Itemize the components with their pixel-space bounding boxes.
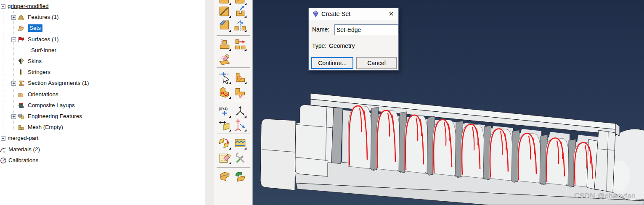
tree-item-label[interactable]: Stringers (28, 68, 50, 76)
edit-vertex-icon[interactable] (218, 71, 231, 84)
tree-item-stringers[interactable]: Stringers (0, 67, 205, 77)
convert-shell-icon[interactable] (234, 171, 246, 183)
toolbox-separator (217, 101, 250, 101)
abaqus-set-icon (312, 11, 319, 18)
datum-point-icon[interactable]: (XYZ) (218, 105, 231, 118)
dialog-title: Create Set (321, 11, 350, 17)
stringers-icon (18, 69, 24, 76)
mirror-move-icon[interactable] (234, 19, 246, 32)
calibrations-icon (0, 157, 7, 164)
tree-item-label[interactable]: Orientations (28, 91, 58, 98)
tree-item-engineering-features[interactable]: +Engineering Features (0, 111, 205, 121)
partition-cell-extend-icon[interactable] (234, 38, 246, 51)
panel-splitter[interactable] (205, 0, 214, 205)
tree-item-orientations[interactable]: Orientations (0, 89, 205, 100)
tree-item-label[interactable]: Materials (2) (8, 146, 40, 153)
cut-geometry-icon[interactable]: ✂ (234, 86, 246, 99)
offset-faces-icon[interactable] (218, 137, 231, 150)
toolbox-separator (217, 134, 250, 134)
orientations-icon (18, 91, 24, 98)
tree-item-label[interactable]: merged-part (8, 134, 39, 142)
plus-expander-icon[interactable]: + (1, 136, 5, 141)
tree-item-label[interactable]: Engineering Features (28, 113, 82, 120)
svg-text:(XYZ): (XYZ) (219, 107, 228, 110)
edit-sketch-icon[interactable] (218, 152, 231, 164)
skins-icon (18, 58, 24, 65)
tree-item-label[interactable]: Surf-Inner (31, 47, 56, 54)
tree-item-gripper-modified[interactable]: −gripper-modified (0, 1, 205, 11)
tree-item-features-1[interactable]: +Features (1) (0, 12, 205, 22)
type-value: Geometry (329, 42, 355, 49)
engineering-features-icon (18, 113, 24, 120)
minus-expander-icon[interactable]: − (1, 4, 5, 9)
toolbox-separator (217, 35, 250, 36)
create-chamfer-icon[interactable] (218, 86, 231, 99)
tree-item-label[interactable]: Mesh (Empty) (28, 124, 63, 131)
tree-item-label[interactable]: gripper-modified (8, 3, 49, 10)
tree-item-skins[interactable]: Skins (0, 56, 205, 66)
tree-item-mesh-empty[interactable]: Mesh (Empty) (0, 122, 205, 132)
toolbox-partial-icon-a[interactable] (218, 0, 231, 5)
plus-expander-icon[interactable]: + (11, 81, 16, 86)
create-cut-extrude-icon[interactable] (234, 5, 246, 18)
chamfer-corner-icon[interactable] (218, 19, 231, 32)
part-module-toolbox: ✂(XYZ) (214, 0, 253, 205)
svg-text:ε: ε (3, 149, 5, 152)
tree-item-materials-2[interactable]: εMaterials (2) (0, 145, 205, 155)
remove-face-icon[interactable] (218, 53, 231, 65)
datum-csys-icon[interactable] (234, 119, 246, 131)
create-set-dialog: Create Set ✕ Name: Type: Geometry Contin… (308, 8, 399, 71)
midsurface-icon[interactable] (218, 171, 231, 183)
type-label: Type: (312, 42, 326, 49)
model-inlet-tube (260, 119, 296, 190)
set-name-input[interactable] (334, 24, 398, 35)
tree-item-composite-layups[interactable]: Composite Layups (0, 100, 205, 110)
toolbox-separator (217, 67, 250, 68)
cancel-button[interactable]: Cancel (356, 57, 397, 69)
tree-item-section-assignments-1[interactable]: +Section Assignments (1) (0, 78, 205, 88)
tree-item-surfaces-1[interactable]: −Surfaces (1) (0, 34, 205, 45)
features-icon (18, 14, 24, 21)
tree-item-surf-inner[interactable]: Surf-Inner (0, 45, 205, 55)
model-rail-end-face (615, 124, 620, 136)
plus-expander-icon[interactable]: + (11, 15, 16, 20)
toolbox-separator (217, 167, 250, 168)
surfaces-icon (18, 36, 24, 43)
partition-edge-icon[interactable] (218, 5, 231, 18)
model-fin (331, 108, 343, 164)
tools-icon[interactable] (234, 152, 246, 164)
tree-item-label[interactable]: Surfaces (1) (28, 36, 59, 43)
composite-layups-icon (18, 102, 24, 109)
datum-plane-icon[interactable] (218, 119, 231, 131)
tree-item-sets[interactable]: Sets (0, 23, 205, 33)
create-fillet-icon[interactable] (234, 71, 246, 84)
close-icon[interactable]: ✕ (387, 10, 395, 18)
name-label: Name: (312, 26, 329, 33)
tree-item-label[interactable]: Section Assignments (1) (28, 79, 89, 87)
model-tree-panel: −gripper-modified+Features (1)Sets−Surfa… (0, 0, 205, 205)
toolbox-partial-icon-b[interactable] (234, 0, 246, 5)
partition-face-sketch-icon[interactable] (218, 38, 231, 51)
dialog-titlebar[interactable]: Create Set ✕ (309, 8, 398, 21)
continue-button[interactable]: Continue... (311, 57, 353, 69)
blend-faces-icon[interactable] (234, 137, 246, 150)
tree-item-label[interactable]: Calibrations (8, 157, 38, 164)
datum-axis-icon[interactable] (234, 105, 246, 118)
tree-item-label[interactable]: Sets (28, 24, 42, 32)
model-clamp-block (294, 105, 334, 176)
tree-item-label[interactable]: Composite Layups (28, 102, 75, 109)
plus-expander-icon[interactable]: + (11, 114, 16, 119)
tree-item-merged-part[interactable]: +merged-part (0, 133, 205, 143)
tree-item-calibrations[interactable]: Calibrations (0, 155, 205, 166)
tree-item-label[interactable]: Features (1) (28, 13, 59, 21)
section-assignments-icon (18, 80, 24, 87)
mesh-icon (18, 124, 24, 131)
materials-icon: ε (0, 146, 7, 153)
tree-item-label[interactable]: Skins (28, 58, 42, 65)
minus-expander-icon[interactable]: − (11, 37, 16, 42)
sets-icon (18, 25, 24, 32)
watermark: CSDN @chenyfan_ (574, 192, 640, 200)
